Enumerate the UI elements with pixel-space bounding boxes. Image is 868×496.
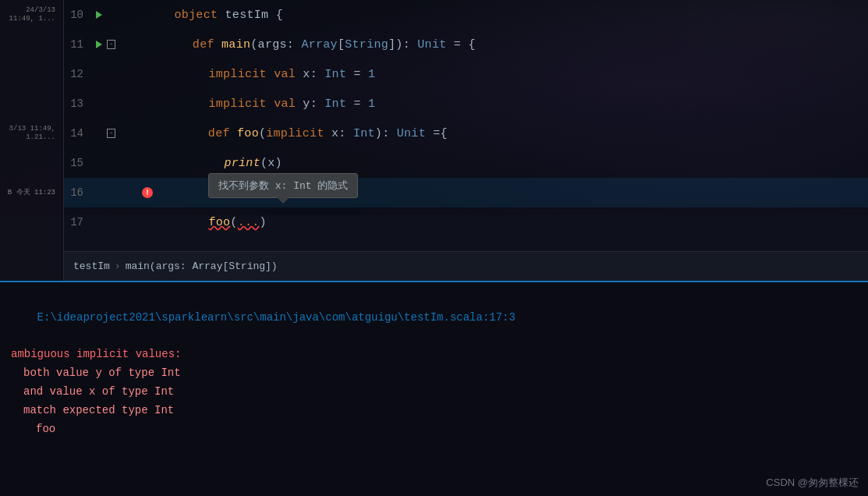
line-number-17: 17 xyxy=(64,216,91,229)
code-editor[interactable]: 10 object testIm { 11 - def main(args: A… xyxy=(64,0,868,251)
sidebar-item-3 xyxy=(0,89,63,119)
sidebar-item-5 xyxy=(0,148,63,178)
sidebar: 24/3/13 11:49, 1... 3/13 11:49, 1.21... … xyxy=(0,0,64,281)
line-number-13: 13 xyxy=(64,97,91,110)
watermark: CSDN @匆匆整棵还 xyxy=(766,476,859,490)
line-number-11: 11 xyxy=(64,38,91,51)
run-arrow-10[interactable] xyxy=(91,11,107,19)
line-number-16: 16 xyxy=(64,186,91,199)
terminal-line-0: ambiguous implicit values: xyxy=(11,345,857,364)
breadcrumb-sep: › xyxy=(115,260,121,272)
sidebar-item-0: 24/3/13 11:49, 1... xyxy=(0,0,63,30)
terminal-path: E:\ideaproject2021\sparklearn\src\main\j… xyxy=(11,290,857,345)
error-icon-16: ! xyxy=(142,187,153,198)
sidebar-item-7 xyxy=(0,207,63,237)
terminal-line-3: match expected type Int xyxy=(11,402,857,420)
terminal-area: E:\ideaproject2021\sparklearn\src\main\j… xyxy=(0,281,868,496)
sidebar-item-4: 3/13 11:49, 1.21... xyxy=(0,119,63,148)
fold-icon-11[interactable]: - xyxy=(107,40,115,49)
tooltip: 找不到参数 x: Int 的隐式 xyxy=(208,173,358,198)
fold-icon-14[interactable]: - xyxy=(107,129,115,138)
terminal-line-1: both value y of type Int xyxy=(11,364,857,383)
line-number-15: 15 xyxy=(64,157,91,169)
line-number-12: 12 xyxy=(64,68,91,80)
line-number-10: 10 xyxy=(64,9,91,21)
run-arrow-11[interactable] xyxy=(91,41,107,48)
sidebar-item-6: B 今天 11:23 xyxy=(0,178,63,207)
code-line-15: 15 print(x) xyxy=(64,148,868,178)
breadcrumb-object: testIm xyxy=(73,260,110,272)
line-number-14: 14 xyxy=(64,127,91,140)
breadcrumb-method: main(args: Array[String]) xyxy=(126,260,278,272)
sidebar-item-1 xyxy=(0,30,63,59)
breadcrumb-bar: testIm › main(args: Array[String]) xyxy=(64,251,868,281)
code-line-17: 17 foo(...) xyxy=(64,207,868,237)
terminal-line-2: and value x of type Int xyxy=(11,383,857,402)
sidebar-item-2 xyxy=(0,59,63,89)
code-line-17-content: foo(...) xyxy=(119,203,267,243)
terminal-line-4: foo xyxy=(11,420,857,439)
editor-area: 24/3/13 11:49, 1... 3/13 11:49, 1.21... … xyxy=(0,0,868,281)
